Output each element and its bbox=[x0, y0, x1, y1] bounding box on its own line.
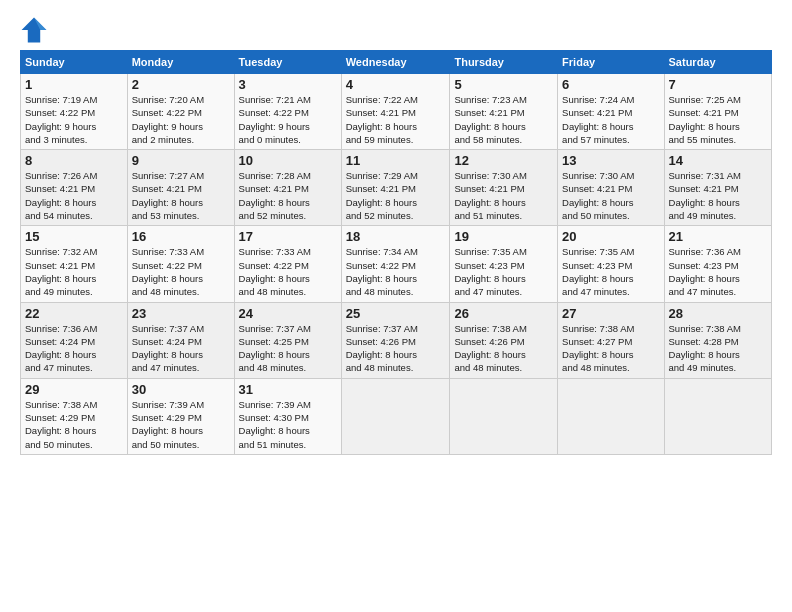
day-info: Sunrise: 7:21 AM Sunset: 4:22 PM Dayligh… bbox=[239, 93, 337, 146]
day-number: 18 bbox=[346, 229, 446, 244]
day-info: Sunrise: 7:35 AM Sunset: 4:23 PM Dayligh… bbox=[562, 245, 659, 298]
calendar-cell: 10Sunrise: 7:28 AM Sunset: 4:21 PM Dayli… bbox=[234, 150, 341, 226]
day-number: 2 bbox=[132, 77, 230, 92]
day-number: 3 bbox=[239, 77, 337, 92]
day-number: 22 bbox=[25, 306, 123, 321]
calendar-cell: 26Sunrise: 7:38 AM Sunset: 4:26 PM Dayli… bbox=[450, 302, 558, 378]
day-info: Sunrise: 7:38 AM Sunset: 4:26 PM Dayligh… bbox=[454, 322, 553, 375]
calendar-cell: 31Sunrise: 7:39 AM Sunset: 4:30 PM Dayli… bbox=[234, 378, 341, 454]
calendar-cell bbox=[664, 378, 771, 454]
day-info: Sunrise: 7:19 AM Sunset: 4:22 PM Dayligh… bbox=[25, 93, 123, 146]
day-info: Sunrise: 7:22 AM Sunset: 4:21 PM Dayligh… bbox=[346, 93, 446, 146]
day-info: Sunrise: 7:27 AM Sunset: 4:21 PM Dayligh… bbox=[132, 169, 230, 222]
day-info: Sunrise: 7:24 AM Sunset: 4:21 PM Dayligh… bbox=[562, 93, 659, 146]
calendar-cell bbox=[450, 378, 558, 454]
calendar-cell: 1Sunrise: 7:19 AM Sunset: 4:22 PM Daylig… bbox=[21, 74, 128, 150]
calendar-cell: 4Sunrise: 7:22 AM Sunset: 4:21 PM Daylig… bbox=[341, 74, 450, 150]
calendar-cell: 11Sunrise: 7:29 AM Sunset: 4:21 PM Dayli… bbox=[341, 150, 450, 226]
calendar-cell: 2Sunrise: 7:20 AM Sunset: 4:22 PM Daylig… bbox=[127, 74, 234, 150]
day-info: Sunrise: 7:38 AM Sunset: 4:27 PM Dayligh… bbox=[562, 322, 659, 375]
calendar-cell: 29Sunrise: 7:38 AM Sunset: 4:29 PM Dayli… bbox=[21, 378, 128, 454]
calendar-cell: 5Sunrise: 7:23 AM Sunset: 4:21 PM Daylig… bbox=[450, 74, 558, 150]
calendar-cell: 12Sunrise: 7:30 AM Sunset: 4:21 PM Dayli… bbox=[450, 150, 558, 226]
day-info: Sunrise: 7:25 AM Sunset: 4:21 PM Dayligh… bbox=[669, 93, 767, 146]
calendar-cell: 19Sunrise: 7:35 AM Sunset: 4:23 PM Dayli… bbox=[450, 226, 558, 302]
calendar-week-row: 8Sunrise: 7:26 AM Sunset: 4:21 PM Daylig… bbox=[21, 150, 772, 226]
day-info: Sunrise: 7:38 AM Sunset: 4:28 PM Dayligh… bbox=[669, 322, 767, 375]
day-number: 27 bbox=[562, 306, 659, 321]
day-info: Sunrise: 7:37 AM Sunset: 4:24 PM Dayligh… bbox=[132, 322, 230, 375]
day-number: 29 bbox=[25, 382, 123, 397]
day-number: 26 bbox=[454, 306, 553, 321]
day-number: 16 bbox=[132, 229, 230, 244]
day-number: 24 bbox=[239, 306, 337, 321]
calendar-cell: 28Sunrise: 7:38 AM Sunset: 4:28 PM Dayli… bbox=[664, 302, 771, 378]
calendar-cell: 21Sunrise: 7:36 AM Sunset: 4:23 PM Dayli… bbox=[664, 226, 771, 302]
day-number: 23 bbox=[132, 306, 230, 321]
day-info: Sunrise: 7:39 AM Sunset: 4:30 PM Dayligh… bbox=[239, 398, 337, 451]
day-number: 12 bbox=[454, 153, 553, 168]
day-info: Sunrise: 7:39 AM Sunset: 4:29 PM Dayligh… bbox=[132, 398, 230, 451]
day-info: Sunrise: 7:37 AM Sunset: 4:26 PM Dayligh… bbox=[346, 322, 446, 375]
day-info: Sunrise: 7:38 AM Sunset: 4:29 PM Dayligh… bbox=[25, 398, 123, 451]
calendar-cell: 6Sunrise: 7:24 AM Sunset: 4:21 PM Daylig… bbox=[558, 74, 664, 150]
day-number: 11 bbox=[346, 153, 446, 168]
page: SundayMondayTuesdayWednesdayThursdayFrid… bbox=[0, 0, 792, 612]
day-info: Sunrise: 7:36 AM Sunset: 4:23 PM Dayligh… bbox=[669, 245, 767, 298]
calendar-cell: 25Sunrise: 7:37 AM Sunset: 4:26 PM Dayli… bbox=[341, 302, 450, 378]
calendar-cell: 15Sunrise: 7:32 AM Sunset: 4:21 PM Dayli… bbox=[21, 226, 128, 302]
day-number: 5 bbox=[454, 77, 553, 92]
day-info: Sunrise: 7:34 AM Sunset: 4:22 PM Dayligh… bbox=[346, 245, 446, 298]
day-info: Sunrise: 7:36 AM Sunset: 4:24 PM Dayligh… bbox=[25, 322, 123, 375]
calendar-header-saturday: Saturday bbox=[664, 51, 771, 74]
day-number: 13 bbox=[562, 153, 659, 168]
day-number: 28 bbox=[669, 306, 767, 321]
day-number: 7 bbox=[669, 77, 767, 92]
calendar-cell: 13Sunrise: 7:30 AM Sunset: 4:21 PM Dayli… bbox=[558, 150, 664, 226]
calendar-cell: 14Sunrise: 7:31 AM Sunset: 4:21 PM Dayli… bbox=[664, 150, 771, 226]
calendar-week-row: 29Sunrise: 7:38 AM Sunset: 4:29 PM Dayli… bbox=[21, 378, 772, 454]
calendar-cell: 3Sunrise: 7:21 AM Sunset: 4:22 PM Daylig… bbox=[234, 74, 341, 150]
day-number: 30 bbox=[132, 382, 230, 397]
calendar-header-tuesday: Tuesday bbox=[234, 51, 341, 74]
calendar-cell: 20Sunrise: 7:35 AM Sunset: 4:23 PM Dayli… bbox=[558, 226, 664, 302]
day-info: Sunrise: 7:37 AM Sunset: 4:25 PM Dayligh… bbox=[239, 322, 337, 375]
day-number: 20 bbox=[562, 229, 659, 244]
logo bbox=[20, 16, 52, 44]
calendar-header-monday: Monday bbox=[127, 51, 234, 74]
logo-icon bbox=[20, 16, 48, 44]
calendar-cell: 22Sunrise: 7:36 AM Sunset: 4:24 PM Dayli… bbox=[21, 302, 128, 378]
calendar-cell: 16Sunrise: 7:33 AM Sunset: 4:22 PM Dayli… bbox=[127, 226, 234, 302]
day-number: 15 bbox=[25, 229, 123, 244]
day-number: 14 bbox=[669, 153, 767, 168]
day-info: Sunrise: 7:33 AM Sunset: 4:22 PM Dayligh… bbox=[132, 245, 230, 298]
day-number: 4 bbox=[346, 77, 446, 92]
calendar-cell bbox=[341, 378, 450, 454]
calendar-header-row: SundayMondayTuesdayWednesdayThursdayFrid… bbox=[21, 51, 772, 74]
calendar-cell bbox=[558, 378, 664, 454]
day-info: Sunrise: 7:35 AM Sunset: 4:23 PM Dayligh… bbox=[454, 245, 553, 298]
header-area bbox=[20, 16, 772, 44]
day-number: 9 bbox=[132, 153, 230, 168]
day-info: Sunrise: 7:30 AM Sunset: 4:21 PM Dayligh… bbox=[562, 169, 659, 222]
calendar-week-row: 15Sunrise: 7:32 AM Sunset: 4:21 PM Dayli… bbox=[21, 226, 772, 302]
day-number: 17 bbox=[239, 229, 337, 244]
calendar-header-sunday: Sunday bbox=[21, 51, 128, 74]
day-number: 19 bbox=[454, 229, 553, 244]
day-info: Sunrise: 7:28 AM Sunset: 4:21 PM Dayligh… bbox=[239, 169, 337, 222]
calendar-header-friday: Friday bbox=[558, 51, 664, 74]
calendar-week-row: 1Sunrise: 7:19 AM Sunset: 4:22 PM Daylig… bbox=[21, 74, 772, 150]
day-number: 8 bbox=[25, 153, 123, 168]
day-info: Sunrise: 7:20 AM Sunset: 4:22 PM Dayligh… bbox=[132, 93, 230, 146]
calendar-cell: 9Sunrise: 7:27 AM Sunset: 4:21 PM Daylig… bbox=[127, 150, 234, 226]
calendar-cell: 7Sunrise: 7:25 AM Sunset: 4:21 PM Daylig… bbox=[664, 74, 771, 150]
calendar-cell: 23Sunrise: 7:37 AM Sunset: 4:24 PM Dayli… bbox=[127, 302, 234, 378]
day-number: 21 bbox=[669, 229, 767, 244]
calendar-cell: 24Sunrise: 7:37 AM Sunset: 4:25 PM Dayli… bbox=[234, 302, 341, 378]
calendar-cell: 30Sunrise: 7:39 AM Sunset: 4:29 PM Dayli… bbox=[127, 378, 234, 454]
calendar-cell: 27Sunrise: 7:38 AM Sunset: 4:27 PM Dayli… bbox=[558, 302, 664, 378]
calendar-table: SundayMondayTuesdayWednesdayThursdayFrid… bbox=[20, 50, 772, 455]
day-number: 31 bbox=[239, 382, 337, 397]
day-info: Sunrise: 7:31 AM Sunset: 4:21 PM Dayligh… bbox=[669, 169, 767, 222]
day-number: 10 bbox=[239, 153, 337, 168]
